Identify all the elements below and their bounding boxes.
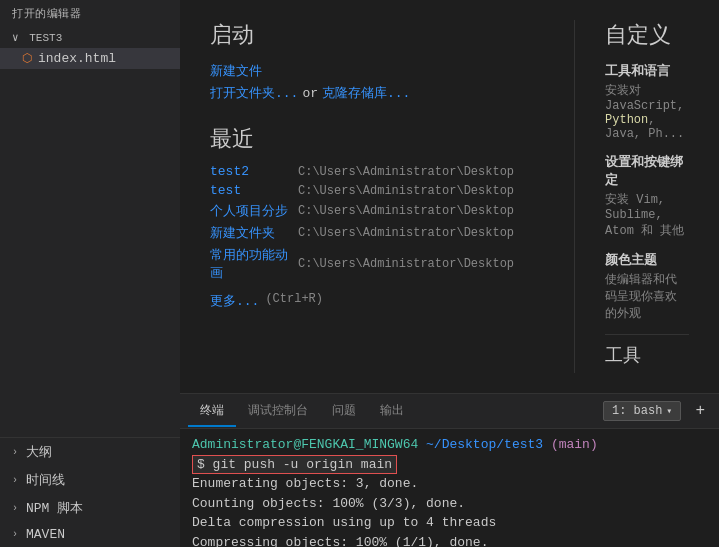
terminal-area: 终端 调试控制台 问题 输出 1: bash ▾ + Administrator… — [180, 393, 719, 547]
recent-name-0[interactable]: test2 — [210, 164, 290, 179]
customize-item-desc-1: 安装 Vim, Sublime, Atom 和 其他 — [605, 191, 689, 239]
main-area: 启动 新建文件 打开文件夹... or 克隆存储库... 最近 test2 C:… — [180, 0, 719, 547]
or-text: or — [302, 86, 318, 101]
tab-debug-console[interactable]: 调试控制台 — [236, 396, 320, 427]
file-name: index.html — [38, 51, 116, 66]
terminal-right-controls: 1: bash ▾ + — [603, 400, 711, 422]
more-link[interactable]: 更多... — [210, 292, 259, 310]
term-command: $ git push -u origin main — [192, 455, 397, 474]
welcome-left: 启动 新建文件 打开文件夹... or 克隆存储库... 最近 test2 C:… — [210, 20, 514, 373]
customize-item-0: 工具和语言 安装对 JavaScript, Python, Java, Ph..… — [605, 62, 689, 141]
recent-path-0: C:\Users\Administrator\Desktop — [298, 165, 514, 179]
tab-terminal[interactable]: 终端 — [188, 396, 236, 427]
chevron-right-icon-2: › — [12, 475, 18, 486]
python-highlight: Python — [605, 113, 648, 127]
customize-item-desc-2: 使编辑器和代码呈现你喜欢的外观 — [605, 271, 689, 322]
welcome-right: 自定义 工具和语言 安装对 JavaScript, Python, Java, … — [574, 20, 689, 373]
npm-label: NPM 脚本 — [26, 499, 83, 517]
customize-item-desc-0: 安装对 JavaScript, Python, Java, Ph... — [605, 82, 689, 141]
term-path: ~/Desktop/test3 — [426, 437, 543, 452]
customize-item-title-0: 工具和语言 — [605, 62, 689, 80]
maven-label: MAVEN — [26, 527, 65, 542]
recent-path-4: C:\Users\Administrator\Desktop — [298, 257, 514, 271]
customize-title: 自定义 — [605, 20, 689, 50]
term-user: Administrator@FENGKAI_MINGW64 — [192, 437, 418, 452]
recent-item-3: 新建文件夹 C:\Users\Administrator\Desktop — [210, 224, 514, 242]
sidebar-item-timeline[interactable]: › 时间线 — [0, 466, 180, 494]
recent-section: 最近 test2 C:\Users\Administrator\Desktop … — [210, 124, 514, 310]
recent-title: 最近 — [210, 124, 514, 154]
recent-name-4[interactable]: 常用的功能动画 — [210, 246, 290, 282]
terminal-content[interactable]: Administrator@FENGKAI_MINGW64 ~/Desktop/… — [180, 429, 719, 547]
terminal-line-1: $ git push -u origin main — [192, 455, 707, 475]
chevron-down-icon-terminal: ▾ — [666, 405, 672, 417]
customize-item-title-1: 设置和按键绑定 — [605, 153, 689, 189]
terminal-line-2: Enumerating objects: 3, done. — [192, 474, 707, 494]
open-folder-row: 打开文件夹... or 克隆存储库... — [210, 84, 514, 106]
customize-item-2: 颜色主题 使编辑器和代码呈现你喜欢的外观 — [605, 251, 689, 322]
chevron-down-icon: ∨ — [12, 32, 19, 44]
customize-item-1: 设置和按键绑定 安装 Vim, Sublime, Atom 和 其他 — [605, 153, 689, 239]
explorer-title: ∨ TEST3 — [0, 27, 180, 48]
recent-item-4: 常用的功能动画 C:\Users\Administrator\Desktop — [210, 246, 514, 282]
tab-output[interactable]: 输出 — [368, 396, 416, 427]
shell-label: 1: bash — [612, 404, 662, 418]
recent-path-1: C:\Users\Administrator\Desktop — [298, 184, 514, 198]
clone-repo-link[interactable]: 克隆存储库... — [322, 84, 410, 102]
sidebar: 打开的编辑器 ∨ TEST3 ⬡ index.html › 大纲 › 时间线 ›… — [0, 0, 180, 547]
terminal-line-5: Compressing objects: 100% (1/1), done. — [192, 533, 707, 548]
open-folder-link[interactable]: 打开文件夹... — [210, 84, 298, 102]
new-file-link[interactable]: 新建文件 — [210, 62, 514, 80]
sidebar-item-npm[interactable]: › NPM 脚本 — [0, 494, 180, 522]
new-file-row: 新建文件 — [210, 62, 514, 80]
new-terminal-button[interactable]: + — [689, 400, 711, 422]
sidebar-bottom: › 大纲 › 时间线 › NPM 脚本 › MAVEN — [0, 437, 180, 547]
sidebar-item-index-html[interactable]: ⬡ index.html — [0, 48, 180, 69]
recent-name-3[interactable]: 新建文件夹 — [210, 224, 290, 242]
start-title: 启动 — [210, 20, 514, 50]
html-file-icon: ⬡ — [22, 51, 32, 66]
tab-problems[interactable]: 问题 — [320, 396, 368, 427]
more-shortcut: (Ctrl+R) — [265, 292, 323, 306]
welcome-area: 启动 新建文件 打开文件夹... or 克隆存储库... 最近 test2 C:… — [180, 0, 719, 393]
desc-prefix-0: 安装对 JavaScript, — [605, 84, 684, 113]
desc-prefix-2: 使编辑器和代码呈现你喜欢的外观 — [605, 273, 677, 321]
learn-title: 工具 — [605, 343, 689, 367]
outline-label: 大纲 — [26, 443, 52, 461]
terminal-tabs: 终端 调试控制台 问题 输出 1: bash ▾ + — [180, 394, 719, 429]
shell-dropdown[interactable]: 1: bash ▾ — [603, 401, 681, 421]
term-branch: (main) — [551, 437, 598, 452]
recent-path-2: C:\Users\Administrator\Desktop — [298, 204, 514, 218]
customize-item-title-2: 颜色主题 — [605, 251, 689, 269]
learn-section: 工具 — [605, 334, 689, 367]
sidebar-item-outline[interactable]: › 大纲 — [0, 438, 180, 466]
recent-item-1: test C:\Users\Administrator\Desktop — [210, 183, 514, 198]
more-row: 更多... (Ctrl+R) — [210, 288, 514, 310]
chevron-right-icon-4: › — [12, 529, 18, 540]
chevron-right-icon-3: › — [12, 503, 18, 514]
terminal-line-3: Counting objects: 100% (3/3), done. — [192, 494, 707, 514]
sidebar-header: 打开的编辑器 — [0, 0, 180, 27]
terminal-line-0: Administrator@FENGKAI_MINGW64 ~/Desktop/… — [192, 435, 707, 455]
recent-name-1[interactable]: test — [210, 183, 290, 198]
desc-prefix-1: 安装 Vim, Sublime, Atom 和 其他 — [605, 193, 684, 238]
recent-path-3: C:\Users\Administrator\Desktop — [298, 226, 514, 240]
chevron-right-icon: › — [12, 447, 18, 458]
recent-item-2: 个人项目分步 C:\Users\Administrator\Desktop — [210, 202, 514, 220]
sidebar-item-maven[interactable]: › MAVEN — [0, 522, 180, 547]
terminal-line-4: Delta compression using up to 4 threads — [192, 513, 707, 533]
recent-name-2[interactable]: 个人项目分步 — [210, 202, 290, 220]
recent-item-0: test2 C:\Users\Administrator\Desktop — [210, 164, 514, 179]
timeline-label: 时间线 — [26, 471, 65, 489]
